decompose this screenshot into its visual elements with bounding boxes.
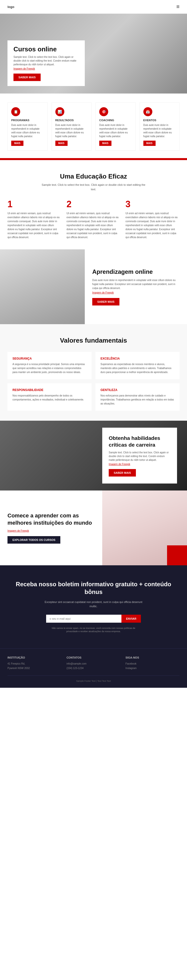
value-text-seguranca: A segurança é a nossa prioridade princip… [13,362,87,374]
num-3: 3 [125,199,179,210]
hero-btn[interactable]: SABER MAIS [13,73,41,81]
card-text-coaching: Duis aute irure dolor in reprehenderit i… [99,123,132,138]
value-title-seguranca: SEGURANÇA [13,357,87,360]
card-link-eventos[interactable]: MAIS [143,141,155,146]
numbered-item-2: 2 Ut enim ad minim veniam, quis nostrud … [67,199,121,239]
footer-col-social: Siga-nos Facebook Instagram [125,656,179,671]
start-credit[interactable]: Imagem de Freepik [8,530,95,532]
newsletter-section: Receba nosso boletim informativo gratuit… [0,565,187,648]
card-title-coaching: COACHING [99,119,132,122]
online-content: Aprendizagem online Duis aute irure dolo… [85,249,187,324]
value-excelencia: EXCELÊNCIA Superamos as expectativas de … [95,352,179,379]
online-image [0,249,85,324]
footer: Instituição 41 Freepics Rd, Pywrexh NSW … [0,648,187,688]
education-title: Uma Educação Eficaz [8,173,179,180]
footer-instagram[interactable]: Instagram [125,666,179,671]
num-text-3: Ut enim ad minim veniam, quis nostrud ex… [125,212,179,239]
numbered-row: 1 Ut enim ad minim veniam, quis nostrud … [8,199,179,239]
online-person [0,249,85,324]
card-text-resultados: Duis aute irure dolor in reprehenderit i… [55,123,88,138]
value-text-responsabilidade: Nos responsabilizamos pelo desempenho de… [13,394,87,402]
cards-section: 📋 PROGRAMAS Duis aute irure dolor in rep… [0,94,187,158]
red-bar-1 [0,158,187,160]
newsletter-note: Não vamos te enviar spam. Ao se inscreve… [49,627,138,633]
card-text-programas: Duis aute irure dolor in reprehenderit i… [11,123,44,138]
card-link-coaching[interactable]: MAIS [99,141,111,146]
nav-logo: logo [8,5,14,9]
online-credit[interactable]: Imagem de Freepik [92,291,179,294]
online-text: Duis aute irure dolor in reprehenderit i… [92,278,179,290]
footer-phone: (154) 123-1234 [67,666,121,671]
card-title-programas: PROGRAMAS [11,119,44,122]
newsletter-title: Receba nosso boletim informativo gratuit… [8,580,179,596]
footer-bottom: Sample Footer Text | Text Text Text [8,676,179,683]
start-title: Comece a aprender com as melhores instit… [8,512,95,527]
card-coaching: 🎯 COACHING Duis aute irure dolor in repr… [95,102,136,151]
card-icon-coaching: 🎯 [99,107,108,116]
skills-title: Obtenha habilidades críticas de carreira [109,434,171,449]
hero-section: Cursos online Sample text. Click to sele… [0,14,187,94]
card-link-programas[interactable]: MAIS [11,141,24,146]
newsletter-form: ENVIAR [46,615,141,623]
value-text-gentileza: Nos esforçamos para demonstrar altos nív… [100,394,174,406]
start-section: Comece a aprender com as melhores instit… [0,490,187,565]
skills-btn[interactable]: SABER MAIS [109,469,136,477]
value-title-responsabilidade: RESPONSABILIDADE [13,388,87,392]
card-title-resultados: RESULTADOS [55,119,88,122]
card-icon-resultados: 📊 [55,107,64,116]
start-btn[interactable]: EXPLORAR TODOS OS CURSOS [8,536,60,544]
online-btn[interactable]: SABER MAIS [92,298,119,305]
num-text-2: Ut enim ad minim veniam, quis nostrud ex… [67,212,121,239]
footer-col-title-2: Contatos [67,656,121,659]
footer-col-title-3: Siga-nos [125,656,179,659]
value-responsabilidade: RESPONSABILIDADE Nos responsabilizamos p… [8,383,92,411]
skills-text: Sample text. Click to select the text bo… [109,450,171,462]
footer-address-line1: 41 Freepics Rd, [8,662,62,666]
footer-col-institution: Instituição 41 Freepics Rd, Pywrexh NSW … [8,656,62,671]
footer-email[interactable]: info@sample.com [67,662,121,666]
num-2: 2 [67,199,121,210]
value-text-excelencia: Superamos as expectativas de nossos memb… [100,362,174,374]
card-link-resultados[interactable]: MAIS [55,141,68,146]
numbered-item-3: 3 Ut enim ad minim veniam, quis nostrud … [125,199,179,239]
footer-grid: Instituição 41 Freepics Rd, Pywrexh NSW … [8,656,179,671]
numbered-item-1: 1 Ut enim ad minim veniam, quis nostrud … [8,199,62,239]
card-icon-eventos: 📅 [143,107,152,116]
card-eventos: 📅 EVENTOS Duis aute irure dolor in repre… [139,102,180,151]
newsletter-text: Excepteur sint occaecat cupidatat non pr… [44,600,143,609]
footer-col-contacts: Contatos info@sample.com (154) 123-1234 [67,656,121,671]
values-section: Valores fundamentais SEGURANÇA A seguran… [0,324,187,421]
nav-menu-icon[interactable]: ≡ [176,3,179,10]
cards-row: 📋 PROGRAMAS Duis aute irure dolor in rep… [8,102,179,151]
hero-title: Cursos online [13,45,79,53]
card-programas: 📋 PROGRAMAS Duis aute irure dolor in rep… [8,102,48,151]
num-text-1: Ut enim ad minim veniam, quis nostrud ex… [8,212,62,239]
value-title-excelencia: EXCELÊNCIA [100,357,174,360]
footer-facebook[interactable]: Facebook [125,662,179,666]
education-section: Uma Educação Eficaz Sample text. Click t… [0,160,187,249]
card-title-eventos: EVENTOS [143,119,176,122]
online-section: Aprendizagem online Duis aute irure dolo… [0,249,187,324]
value-gentileza: GENTILEZA Nos esforçamos para demonstrar… [95,383,179,411]
card-icon-programas: 📋 [11,107,20,116]
value-title-gentileza: GENTILEZA [100,388,174,392]
footer-address-line2: Pywrexh NSW 2032 [8,666,62,671]
skills-section: Obtenha habilidades críticas de carreira… [0,421,187,490]
skills-box: Obtenha habilidades críticas de carreira… [102,428,177,484]
footer-col-title-1: Instituição [8,656,62,659]
start-content: Comece a aprender com as melhores instit… [0,490,102,565]
hero-text: Sample text. Click to select the text bo… [13,55,79,66]
num-1: 1 [8,199,62,210]
card-text-eventos: Duis aute irure dolor in reprehenderit i… [143,123,176,138]
online-title: Aprendizagem online [92,268,179,275]
values-grid: SEGURANÇA A segurança é a nossa priorida… [8,352,179,411]
value-seguranca: SEGURANÇA A segurança é a nossa priorida… [8,352,92,379]
hero-image-credit[interactable]: Imagem de Freepik [13,67,79,70]
skills-credit[interactable]: Imagem de Freepik [109,463,171,466]
newsletter-input[interactable] [46,615,121,623]
values-title: Valores fundamentais [8,337,179,344]
newsletter-submit[interactable]: ENVIAR [121,615,141,623]
start-red-accent [167,546,187,565]
start-image [102,490,187,565]
navbar: logo ≡ [0,0,187,14]
